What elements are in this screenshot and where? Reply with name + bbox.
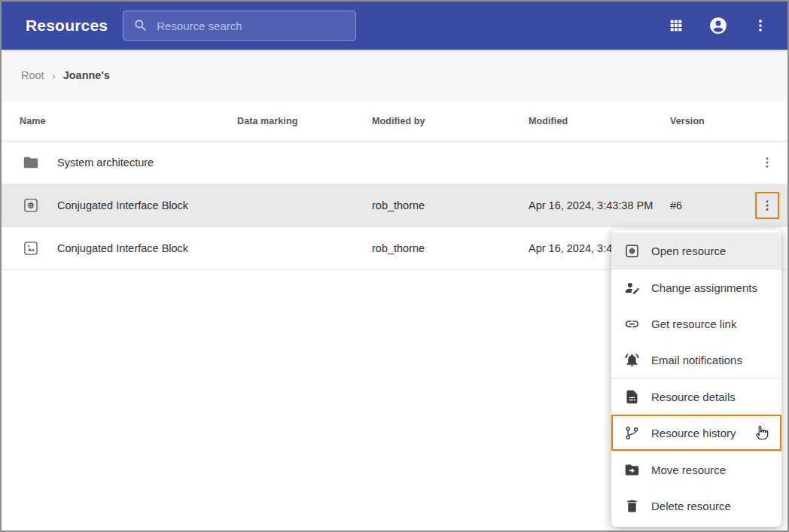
cell-version: #6 bbox=[670, 199, 747, 211]
breadcrumb-separator-icon: › bbox=[52, 69, 56, 82]
column-header-version: Version bbox=[670, 116, 747, 126]
table-row[interactable]: System architecture bbox=[2, 141, 787, 184]
apps-grid-icon[interactable] bbox=[666, 15, 687, 36]
menu-item-label: Get resource link bbox=[651, 318, 736, 330]
account-icon[interactable] bbox=[708, 15, 729, 36]
menu-item-change-assignments[interactable]: Change assignments bbox=[611, 269, 781, 306]
delete-icon bbox=[623, 497, 640, 514]
menu-item-resource-history[interactable]: Resource history bbox=[611, 415, 781, 451]
search-input[interactable] bbox=[157, 20, 346, 32]
resource-name[interactable]: Conjugated Interface Block bbox=[57, 242, 188, 254]
search-icon bbox=[133, 17, 149, 34]
page-title: Resources bbox=[26, 17, 108, 35]
resource-details-icon bbox=[623, 388, 640, 405]
column-header-modified: Modified bbox=[529, 116, 670, 126]
resource-history-icon bbox=[623, 424, 640, 441]
block-resource-icon bbox=[23, 197, 39, 214]
more-options-icon[interactable] bbox=[750, 15, 771, 36]
menu-item-delete-resource[interactable]: Delete resource bbox=[611, 488, 781, 524]
cell-modified-by: rob_thorne bbox=[372, 199, 529, 211]
cell-modified-by: rob_thorne bbox=[372, 242, 529, 254]
menu-item-label: Email notifications bbox=[651, 354, 742, 366]
menu-item-open-resource[interactable]: Open resource bbox=[611, 233, 781, 269]
menu-item-resource-details[interactable]: Resource details bbox=[611, 378, 781, 415]
context-menu: Open resource Change assignments Get res… bbox=[611, 230, 781, 527]
move-resource-icon bbox=[623, 461, 640, 478]
folder-icon bbox=[23, 154, 39, 171]
resource-name[interactable]: Conjugated Interface Block bbox=[57, 199, 188, 211]
table-row[interactable]: Conjugated Interface Block rob_thorne Ap… bbox=[2, 184, 787, 227]
cell-modified: Apr 16, 2024, 3:43:38 PM bbox=[529, 199, 670, 211]
image-resource-icon bbox=[23, 240, 39, 257]
row-actions-kebab-icon[interactable] bbox=[755, 149, 779, 176]
resource-name[interactable]: System architecture bbox=[57, 157, 154, 169]
change-assignments-icon bbox=[623, 279, 640, 296]
menu-item-email-notifications[interactable]: Email notifications bbox=[611, 342, 781, 378]
breadcrumb-current: Joanne's bbox=[63, 69, 110, 81]
menu-item-label: Resource details bbox=[651, 391, 736, 403]
search-box[interactable] bbox=[123, 11, 356, 41]
column-header-data-marking: Data marking bbox=[237, 116, 372, 126]
breadcrumb: Root › Joanne's bbox=[2, 50, 787, 101]
menu-item-move-resource[interactable]: Move resource bbox=[611, 451, 781, 488]
app-window: Resources Root › Joanne's Name bbox=[0, 0, 789, 532]
link-icon bbox=[623, 315, 640, 332]
menu-item-get-resource-link[interactable]: Get resource link bbox=[611, 306, 781, 342]
breadcrumb-root[interactable]: Root bbox=[21, 69, 44, 81]
column-header-name: Name bbox=[2, 116, 237, 126]
table-header: Name Data marking Modified by Modified V… bbox=[2, 101, 787, 141]
appbar-actions bbox=[666, 15, 771, 36]
menu-item-label: Move resource bbox=[651, 464, 726, 476]
app-bar: Resources bbox=[2, 2, 787, 50]
menu-item-label: Resource history bbox=[651, 427, 736, 439]
menu-item-label: Change assignments bbox=[651, 281, 757, 294]
email-notifications-icon bbox=[623, 351, 640, 368]
open-resource-icon bbox=[623, 242, 640, 259]
column-header-modified-by: Modified by bbox=[372, 116, 529, 126]
menu-item-label: Delete resource bbox=[651, 500, 731, 512]
row-actions-kebab-icon[interactable] bbox=[755, 192, 779, 219]
menu-item-label: Open resource bbox=[651, 245, 726, 257]
